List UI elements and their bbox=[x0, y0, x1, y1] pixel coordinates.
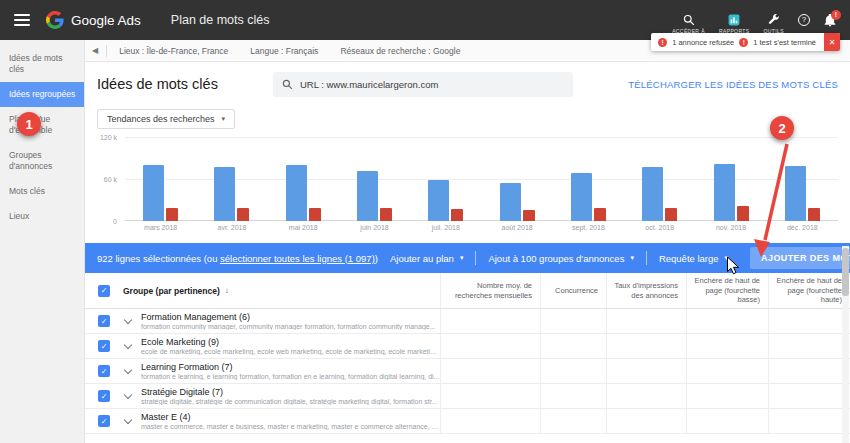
column-groupe[interactable]: Groupe (par pertinence) ↓ bbox=[123, 286, 229, 296]
chevron-down-icon[interactable] bbox=[124, 416, 132, 424]
cell-recherches bbox=[440, 384, 540, 408]
tools-nav-button[interactable]: OUTILS bbox=[764, 14, 784, 34]
group-name[interactable]: Ecole Marketing (9) bbox=[141, 337, 440, 347]
y-axis-label: 0 bbox=[113, 218, 117, 225]
ad-groups-dropdown[interactable]: Ajout à 100 groupes d'annonces ▾ bbox=[476, 253, 646, 264]
search-value: URL : www.mauricelargeron.com bbox=[300, 79, 439, 90]
sidebar-item-idees-regroupees[interactable]: Idées regroupées bbox=[0, 82, 84, 107]
download-ideas-link[interactable]: TÉLÉCHARGER LES IDÉES DES MOTS CLÉS bbox=[628, 79, 838, 90]
help-button[interactable]: ? bbox=[798, 14, 810, 26]
chevron-down-icon: ▾ bbox=[725, 254, 729, 262]
back-icon[interactable]: ◀ bbox=[92, 46, 98, 55]
bar-group bbox=[268, 137, 339, 221]
check-icon: ✓ bbox=[101, 317, 108, 326]
sidebar-item-groupes-annonces[interactable]: Groupes d'annonces bbox=[0, 143, 84, 179]
group-name[interactable]: Master E (4) bbox=[141, 412, 440, 422]
cell-taux bbox=[606, 384, 686, 408]
ajouter-mots-cles-button[interactable]: AJOUTER DES MOTS CLÉS bbox=[750, 247, 850, 269]
trend-row: Tendances des recherches ▾ bbox=[85, 106, 850, 133]
url-search-input[interactable]: URL : www.mauricelargeron.com bbox=[273, 72, 573, 97]
annotation-step-2: 2 bbox=[770, 116, 794, 140]
notification-text[interactable]: 1 test s'est terminé bbox=[753, 38, 816, 47]
selection-action-bar: 922 lignes sélectionnées (ou sélectionne… bbox=[85, 243, 850, 273]
check-icon: ✓ bbox=[101, 392, 108, 401]
chevron-down-icon: ▾ bbox=[460, 254, 464, 262]
bar-blue-bars bbox=[714, 164, 735, 221]
row-checkbox[interactable]: ✓ bbox=[85, 409, 123, 433]
cell-taux bbox=[606, 409, 686, 433]
notification-bar: ! 1 annonce refusée ! 1 test s'est termi… bbox=[651, 33, 840, 51]
check-icon: ✓ bbox=[101, 417, 108, 426]
chevron-down-icon[interactable] bbox=[124, 366, 132, 374]
annotation-step-1: 1 bbox=[17, 112, 41, 136]
select-all-link[interactable]: sélectionner toutes les lignes (1 097) bbox=[220, 253, 375, 264]
close-icon[interactable]: ✕ bbox=[824, 33, 840, 51]
bar-group bbox=[553, 137, 624, 221]
chevron-down-icon[interactable] bbox=[124, 341, 132, 349]
search-icon bbox=[683, 14, 695, 26]
column-enchere-basse[interactable]: Enchère de haut de page (fourchette bass… bbox=[686, 273, 768, 308]
trend-dropdown[interactable]: Tendances des recherches ▾ bbox=[97, 109, 235, 129]
table-row[interactable]: ✓ Ecole Marketing (9) ecole de marketing… bbox=[85, 334, 850, 359]
page-title: Plan de mots clés bbox=[171, 13, 270, 27]
bar-red-bars bbox=[380, 208, 392, 221]
cell-concurrence bbox=[540, 384, 606, 408]
bar-blue-bars bbox=[642, 167, 663, 221]
row-checkbox[interactable]: ✓ bbox=[85, 309, 123, 333]
cell-taux bbox=[606, 359, 686, 383]
scrollbar-thumb[interactable] bbox=[842, 248, 849, 296]
match-type-dropdown[interactable]: Requête large ▾ bbox=[647, 253, 740, 264]
bar-red-bars bbox=[665, 208, 677, 221]
x-axis-label: avr. 2018 bbox=[196, 224, 267, 231]
column-concurrence[interactable]: Concurrence bbox=[540, 273, 606, 308]
reports-nav-button[interactable]: RAPPORTS bbox=[719, 14, 750, 34]
chart-xlabels: mars 2018avr. 2018mai 2018juin 2018juil.… bbox=[125, 224, 838, 231]
column-enchere-haute[interactable]: Enchère de haut de page (fourchette haut… bbox=[768, 273, 850, 308]
setting-langue[interactable]: Langue : Français bbox=[250, 46, 318, 56]
x-axis-label: mars 2018 bbox=[125, 224, 196, 231]
bar-group bbox=[695, 137, 766, 221]
bar-group bbox=[767, 137, 838, 221]
cell-concurrence bbox=[540, 309, 606, 333]
bar-group bbox=[410, 137, 481, 221]
table-row[interactable]: ✓ Master E (4) master e commerce, master… bbox=[85, 409, 850, 434]
table-row[interactable]: ✓ Learning Formation (7) formation e lea… bbox=[85, 359, 850, 384]
row-checkbox[interactable]: ✓ bbox=[85, 334, 123, 358]
setting-lieux[interactable]: Lieux : Île-de-France, France bbox=[119, 46, 228, 56]
column-recherches[interactable]: Nombre moy. de recherches mensuelles bbox=[440, 273, 540, 308]
cell-recherches bbox=[440, 309, 540, 333]
group-name[interactable]: Stratégie Digitale (7) bbox=[141, 387, 437, 397]
row-checkbox[interactable]: ✓ bbox=[85, 384, 123, 408]
section-header: Idées de mots clés URL : www.mauricelarg… bbox=[85, 62, 850, 106]
bar-red-bars bbox=[237, 208, 249, 221]
sidebar-item-plan-vue-ensemble[interactable]: Plan – Vue d'ensemble bbox=[0, 107, 84, 143]
x-axis-label: sept. 2018 bbox=[553, 224, 624, 231]
check-icon: ✓ bbox=[101, 342, 108, 351]
sidebar-item-lieux[interactable]: Lieux bbox=[0, 204, 84, 229]
chevron-down-icon[interactable] bbox=[124, 316, 132, 324]
setting-reseaux[interactable]: Réseaux de recherche : Google bbox=[340, 46, 460, 56]
group-name[interactable]: Formation Management (6) bbox=[141, 312, 436, 322]
group-name[interactable]: Learning Formation (7) bbox=[141, 362, 439, 372]
error-icon: ! bbox=[658, 38, 667, 47]
search-nav-button[interactable]: ACCÉDER À bbox=[672, 14, 705, 34]
reports-icon bbox=[728, 14, 740, 26]
bar-red-bars bbox=[594, 208, 606, 221]
bar-blue-bars bbox=[357, 171, 378, 221]
row-checkbox[interactable]: ✓ bbox=[85, 359, 123, 383]
sidebar-item-idees-de-mots-cles[interactable]: Idées de mots clés bbox=[0, 46, 84, 82]
table-row[interactable]: ✓ Formation Management (6) formation com… bbox=[85, 309, 850, 334]
vertical-scrollbar[interactable] bbox=[842, 246, 849, 443]
add-to-plan-dropdown[interactable]: Ajouter au plan ▾ bbox=[378, 253, 475, 264]
table-row[interactable]: ✓ Stratégie Digitale (7) stratégie digit… bbox=[85, 384, 850, 409]
sidebar-item-mots-cles[interactable]: Mots clés bbox=[0, 179, 84, 204]
column-taux-impressions[interactable]: Taux d'impressions des annonces bbox=[606, 273, 686, 308]
bar-red-bars bbox=[451, 209, 463, 221]
notification-text[interactable]: 1 annonce refusée bbox=[672, 38, 734, 47]
chevron-down-icon[interactable] bbox=[124, 391, 132, 399]
menu-icon[interactable] bbox=[14, 14, 30, 26]
cell-enchere-basse bbox=[686, 359, 768, 383]
cell-enchere-basse bbox=[686, 334, 768, 358]
select-all-checkbox[interactable]: ✓ bbox=[85, 273, 123, 308]
notifications-button[interactable]: ! bbox=[824, 14, 836, 27]
